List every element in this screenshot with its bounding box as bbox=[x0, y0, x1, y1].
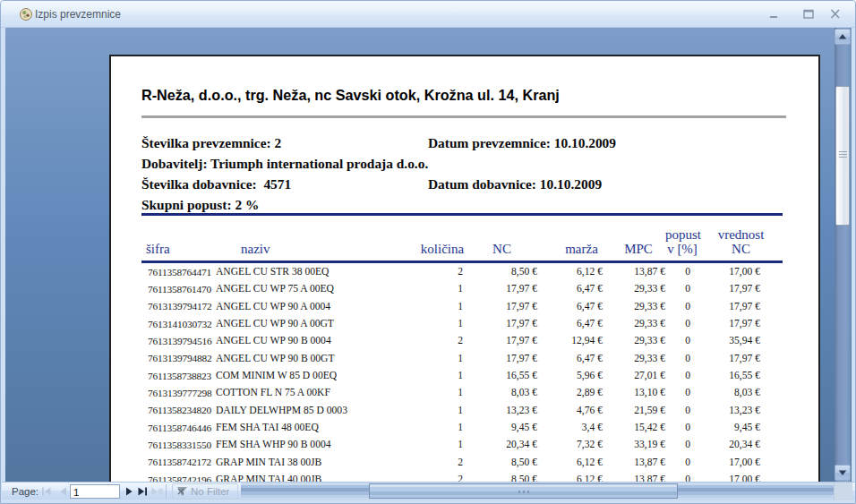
cell-vrednost-nc: 17,00 € bbox=[699, 266, 783, 278]
cell-sifra: 7611358331550 bbox=[141, 440, 213, 450]
scroll-up-button[interactable] bbox=[835, 29, 851, 45]
cell-mpc: 13,87 € bbox=[603, 266, 665, 278]
cell-sifra: 7613139794516 bbox=[141, 336, 213, 346]
cell-kolicina: 1 bbox=[409, 301, 463, 312]
cell-naziv: COTTON FL N 75 A 00KF bbox=[213, 387, 409, 398]
cell-mpc: 13,87 € bbox=[603, 457, 665, 468]
cell-marza: 6,12 € bbox=[537, 457, 603, 468]
cell-nc: 9,45 € bbox=[463, 422, 537, 433]
cell-kolicina: 1 bbox=[409, 283, 463, 295]
table-row: 7613141030732ANGEL CU WP 90 A 00GT117,97… bbox=[141, 315, 783, 332]
cell-nc: 17,97 € bbox=[463, 335, 537, 346]
cell-naziv: ANGEL CU WP 90 A 00GT bbox=[213, 318, 409, 329]
table-row: 7611358331550FEM SHA WHP 90 B 0004120,34… bbox=[141, 436, 783, 453]
title-bar[interactable]: Izpis prevzemnice bbox=[1, 1, 855, 28]
cell-sifra: 7613139777298 bbox=[141, 388, 213, 398]
table-row: 7611358742196GRAP MIN TAI 40 00JB28,50 €… bbox=[141, 471, 783, 482]
vertical-scrollbar-thumb[interactable] bbox=[835, 86, 850, 226]
page-label: Page: bbox=[12, 486, 39, 497]
scrollbar-corner bbox=[834, 483, 852, 500]
cell-nc: 17,97 € bbox=[463, 301, 537, 312]
receipt-number: Številka prevzemnice: 2 bbox=[141, 135, 281, 150]
cell-kolicina: 1 bbox=[409, 353, 463, 364]
record-navigation-bar: Page: No Filter bbox=[2, 482, 856, 500]
first-page-button[interactable] bbox=[39, 485, 54, 498]
cell-popust: 0 bbox=[665, 405, 699, 416]
cell-sifra: 7613139794882 bbox=[141, 353, 213, 363]
cell-sifra: 7613141030732 bbox=[141, 319, 213, 329]
cell-popust: 0 bbox=[665, 335, 699, 346]
cell-marza: 6,47 € bbox=[537, 283, 603, 295]
receipt-date: Datum prevzemnice: 10.10.2009 bbox=[428, 135, 616, 151]
cell-naziv: ANGEL CU WP 90 A 0004 bbox=[213, 301, 409, 312]
company-header: R-Neža, d.o.o., trg. Neža, nc Savski oto… bbox=[141, 87, 560, 104]
cell-naziv: FEM SHA TAI 48 00EQ bbox=[213, 422, 409, 433]
cell-sifra: 7611358764471 bbox=[141, 267, 213, 278]
window-izpis-prevzemnice: Izpis prevzemnice R-Neža, d.o.o., trg. N… bbox=[0, 0, 856, 504]
report-preview-area: R-Neža, d.o.o., trg. Neža, nc Savski oto… bbox=[5, 28, 852, 482]
cell-nc: 17,97 € bbox=[463, 353, 537, 364]
navbar-separator bbox=[166, 484, 167, 499]
no-filter-button[interactable]: No Filter bbox=[172, 483, 238, 500]
cell-mpc: 13,87 € bbox=[603, 474, 665, 482]
table-top-divider bbox=[141, 213, 783, 216]
cell-naziv: ANGEL CU WP 90 B 00GT bbox=[213, 353, 409, 364]
table-row: 7611358746446FEM SHA TAI 48 00EQ19,45 €3… bbox=[141, 419, 783, 436]
next-page-button[interactable] bbox=[122, 485, 136, 498]
cell-nc: 13,23 € bbox=[463, 405, 537, 416]
supplier: Dobavitelj: Triumph international prodaj… bbox=[141, 156, 428, 171]
new-record-button[interactable] bbox=[149, 485, 163, 498]
cell-nc: 17,97 € bbox=[463, 318, 537, 329]
cell-mpc: 29,33 € bbox=[603, 318, 665, 329]
cell-kolicina: 1 bbox=[409, 370, 463, 381]
maximize-button[interactable] bbox=[798, 1, 819, 28]
cell-marza: 5,96 € bbox=[537, 370, 603, 381]
cell-mpc: 29,33 € bbox=[603, 353, 665, 364]
cell-vrednost-nc: 8,03 € bbox=[699, 387, 783, 398]
cell-marza: 2,89 € bbox=[537, 387, 603, 398]
cell-vrednost-nc: 17,97 € bbox=[699, 318, 783, 329]
cell-mpc: 29,33 € bbox=[603, 301, 665, 312]
column-header-mpc: MPC bbox=[607, 242, 670, 256]
cell-kolicina: 2 bbox=[409, 457, 463, 468]
table-row: 7611358761470ANGEL CU WP 75 A 00EQ117,97… bbox=[141, 280, 783, 297]
column-header-popust: popustv [%] bbox=[665, 227, 699, 256]
vertical-scrollbar[interactable] bbox=[835, 28, 851, 482]
current-page-input[interactable] bbox=[70, 484, 120, 499]
cell-nc: 8,50 € bbox=[463, 266, 537, 278]
table-row: 7611358764471ANGEL CU STR 38 00EQ28,50 €… bbox=[141, 263, 783, 280]
cell-vrednost-nc: 17,97 € bbox=[699, 301, 783, 312]
cell-naziv: ANGEL CU WP 75 A 00EQ bbox=[213, 283, 409, 295]
cell-sifra: 7611358746446 bbox=[141, 423, 213, 433]
cell-nc: 8,50 € bbox=[463, 474, 537, 482]
cell-popust: 0 bbox=[665, 266, 699, 278]
column-header-nc: NC bbox=[465, 242, 539, 256]
last-page-button[interactable] bbox=[135, 485, 150, 498]
minimize-button[interactable] bbox=[764, 1, 785, 28]
cell-sifra: 7613139794172 bbox=[141, 301, 213, 312]
cell-popust: 0 bbox=[665, 318, 699, 329]
previous-page-button[interactable] bbox=[56, 485, 71, 498]
cell-popust: 0 bbox=[665, 422, 699, 433]
cell-naziv: ANGEL CU STR 38 00EQ bbox=[213, 266, 409, 278]
scroll-down-button[interactable] bbox=[835, 465, 851, 481]
header-divider bbox=[141, 115, 786, 118]
cell-popust: 0 bbox=[665, 387, 699, 398]
cell-mpc: 21,59 € bbox=[603, 405, 665, 416]
cell-popust: 0 bbox=[665, 457, 699, 468]
table-body: 7611358764471ANGEL CU STR 38 00EQ28,50 €… bbox=[141, 263, 783, 482]
cell-mpc: 33,19 € bbox=[603, 439, 665, 450]
window-title: Izpis prevzemnice bbox=[35, 8, 121, 21]
horizontal-scrollbar-thumb[interactable] bbox=[369, 483, 678, 499]
table-row: 7613139777298COTTON FL N 75 A 00KF18,03 … bbox=[141, 384, 783, 401]
cell-marza: 7,32 € bbox=[537, 439, 603, 450]
cell-popust: 0 bbox=[665, 474, 699, 482]
cell-vrednost-nc: 20,34 € bbox=[699, 439, 783, 450]
scrollbar-grip bbox=[839, 151, 847, 159]
horizontal-scrollbar[interactable] bbox=[241, 483, 834, 500]
cell-vrednost-nc: 17,97 € bbox=[699, 283, 783, 295]
cell-marza: 4,76 € bbox=[537, 405, 603, 416]
close-button[interactable] bbox=[825, 1, 846, 28]
cell-marza: 6,47 € bbox=[537, 353, 603, 364]
cell-naziv: FEM SHA WHP 90 B 0004 bbox=[213, 439, 409, 450]
